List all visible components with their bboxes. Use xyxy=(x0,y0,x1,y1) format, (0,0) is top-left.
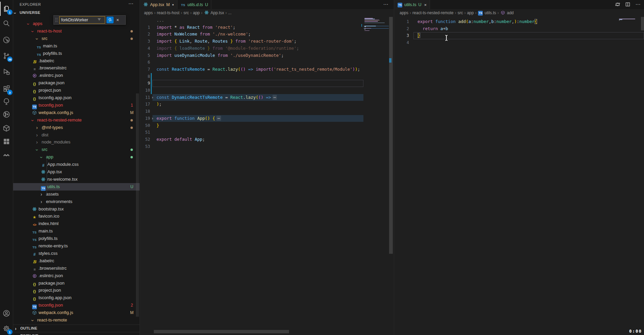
editor-group-divider[interactable] xyxy=(394,0,394,335)
breadcrumb-item-react-ts-host[interactable]: react-ts-host xyxy=(157,10,180,15)
tree-item-bootstrap.tsx[interactable]: bootstrap.tsx xyxy=(13,205,140,213)
minimap-2[interactable] xyxy=(618,19,638,25)
breadcrumb-item-utils.ts[interactable]: TSutils.ts xyxy=(478,10,496,16)
find-input[interactable] xyxy=(59,18,97,22)
close-icon[interactable]: × xyxy=(424,2,427,7)
tree-item-node_modules[interactable]: ›node_modules xyxy=(13,138,140,146)
breadcrumb-item-add[interactable]: add xyxy=(500,10,514,16)
tree-item-.browserslistrc[interactable]: ≡.browserslistrc xyxy=(13,265,140,272)
timeline-panel-header[interactable]: › TIMELINE xyxy=(13,332,140,335)
tab-App.tsx[interactable]: App.tsxM● xyxy=(140,0,177,9)
activity-bar: 13831 xyxy=(0,0,13,335)
tab-utils.ts[interactable]: TSutils.tsU× xyxy=(394,0,430,9)
tree-item-utils.ts[interactable]: TSutils.tsU xyxy=(13,183,140,191)
activity-item-explorer[interactable]: 1 xyxy=(0,2,13,16)
sidebar-scrollbar[interactable] xyxy=(136,93,139,317)
tree-item-react-ts-nested-remote[interactable]: ›react-ts-nested-remote xyxy=(13,116,140,124)
activity-item-accounts[interactable] xyxy=(0,306,13,320)
editor-2-scrollbar[interactable] xyxy=(641,17,644,30)
tree-item-project.json[interactable]: {}project.json xyxy=(13,87,140,94)
tree-item-react-ts-remote[interactable]: ›react-ts-remote xyxy=(13,316,140,324)
fuzzy-match-toggle[interactable] xyxy=(106,17,114,23)
editor-1-hscrollbar[interactable] xyxy=(154,330,289,333)
tree-item-polyfills.ts[interactable]: TSpolyfills.ts xyxy=(13,235,140,242)
line-number: 5 xyxy=(140,52,150,59)
activity-item-todo-tree[interactable] xyxy=(0,94,13,109)
tree-item-label: .browserslistrc xyxy=(39,265,67,272)
tree-item-main.ts[interactable]: TSmain.ts xyxy=(13,227,140,235)
breadcrumb-item-src[interactable]: src xyxy=(184,10,189,15)
tree-item-tsconfig.app.json[interactable]: {}tsconfig.app.json xyxy=(13,294,140,302)
modified-gutter-mark xyxy=(151,73,152,80)
tree-item-.eslintrc.json[interactable]: .eslintrc.json xyxy=(13,272,140,280)
tree-item-environments[interactable]: ›environments xyxy=(13,198,140,205)
line-number: 2 xyxy=(394,25,409,32)
tree-item-App.module.css[interactable]: #App.module.css xyxy=(13,161,140,168)
activity-item-settings[interactable]: 1 xyxy=(0,321,13,335)
activity-item-console-ninja[interactable] xyxy=(0,148,13,162)
tree-item-package.json[interactable]: {}package.json xyxy=(13,79,140,87)
tree-item-webpack.config.js[interactable]: webpack.config.jsM xyxy=(13,309,140,316)
outline-panel-header[interactable]: › OUTLINE xyxy=(13,325,140,332)
tree-item-styles.css[interactable]: #styles.css xyxy=(13,250,140,257)
activity-item-edge-tools[interactable] xyxy=(0,134,13,149)
chevron-down-icon: › xyxy=(29,320,37,321)
breadcrumb-item-src[interactable]: src xyxy=(457,10,463,15)
drag-handle[interactable] xyxy=(54,17,58,23)
tree-item-tsconfig.json[interactable]: TStsconfig.json1 xyxy=(13,102,140,109)
breadcrumb-item-...[interactable]: ... xyxy=(228,10,232,15)
more-actions-button[interactable]: ⋯ xyxy=(635,1,641,8)
tree-item-@mf-types[interactable]: ›@mf-types xyxy=(13,124,140,131)
editor-2[interactable]: 1export function add(a:number,b:number,)… xyxy=(394,18,644,323)
tree-item-package.json[interactable]: {}package.json xyxy=(13,280,140,287)
activity-item-nx-console[interactable] xyxy=(0,121,13,135)
tree-item-dist[interactable]: ›dist xyxy=(13,131,140,139)
tree-item-.browserslistrc[interactable]: ≡.browserslistrc xyxy=(13,64,140,72)
breadcrumb-item-apps[interactable]: apps xyxy=(144,10,153,15)
activity-item-search[interactable] xyxy=(0,16,13,30)
line-number: 7 xyxy=(140,66,150,73)
tree-item-.eslintrc.json[interactable]: .eslintrc.json xyxy=(13,72,140,79)
tab-utils.d.ts[interactable]: TSutils.d.tsU xyxy=(177,0,212,9)
activity-item-source-control[interactable]: 38 xyxy=(0,49,13,63)
editor-1[interactable]: ...1import * as React from 'react';2impo… xyxy=(140,17,363,335)
find-close-button[interactable]: × xyxy=(115,17,121,23)
tree-item-assets[interactable]: ›assets xyxy=(13,191,140,198)
activity-item-run-debug[interactable] xyxy=(0,65,13,79)
tree-item-tsconfig.app.json[interactable]: {}tsconfig.app.json xyxy=(13,94,140,102)
tree-item-src[interactable]: ›src xyxy=(13,35,140,42)
minimap-1[interactable] xyxy=(363,18,389,59)
activity-item-extensions[interactable]: 3 xyxy=(0,82,13,96)
tree-item-src[interactable]: ›src xyxy=(13,146,140,153)
breadcrumb-item-apps[interactable]: apps xyxy=(400,10,408,15)
tree-item-project.json[interactable]: {}project.json xyxy=(13,287,140,294)
breadcrumb-item-react-ts-nested-remote[interactable]: react-ts-nested-remote xyxy=(412,10,453,15)
tree-item-polyfills.ts[interactable]: TSpolyfills.ts xyxy=(13,50,140,57)
fold-chevron-icon[interactable]: › xyxy=(151,94,154,101)
tree-item-nx-welcome.tsx[interactable]: nx-welcome.tsx xyxy=(13,176,140,183)
tree-item-main.ts[interactable]: TSmain.ts xyxy=(13,42,140,50)
tree-item-App.tsx[interactable]: App.tsx xyxy=(13,168,140,176)
editor-group-1-more-button[interactable]: ⋯ xyxy=(382,1,389,8)
tree-item-react-ts-host[interactable]: ›react-ts-host xyxy=(13,27,140,35)
tree-item-index.html[interactable]: <>index.html xyxy=(13,220,140,227)
tree-item-.babelrc[interactable]: B.babelrc xyxy=(13,257,140,265)
tree-item-favicon.ico[interactable]: ★favicon.ico xyxy=(13,213,140,220)
breadcrumb-item-app[interactable]: app xyxy=(467,10,474,15)
fold-chevron-icon[interactable]: › xyxy=(151,115,154,122)
tree-item-remote-entry.ts[interactable]: TSremote-entry.ts xyxy=(13,242,140,250)
activity-item-git-graph[interactable] xyxy=(0,107,13,121)
activity-item-test-tool[interactable] xyxy=(0,33,13,47)
tree-item-tsconfig.json[interactable]: TStsconfig.json2 xyxy=(13,302,140,309)
breadcrumb-item-app[interactable]: app xyxy=(193,10,200,15)
tree-item-app[interactable]: ›app xyxy=(13,153,140,161)
tree-item-webpack.config.js[interactable]: webpack.config.jsM xyxy=(13,109,140,116)
open-changes-button[interactable] xyxy=(614,1,621,8)
tree-item-.babelrc[interactable]: B.babelrc xyxy=(13,57,140,65)
code-line-1: 1import * as React from 'react'; xyxy=(140,24,363,31)
tree-item-label: node_modules xyxy=(42,138,70,146)
breadcrumb-item-App.tsx[interactable]: App.tsx xyxy=(204,10,224,16)
editor-1-scrollbar[interactable] xyxy=(389,17,393,254)
split-editor-button[interactable] xyxy=(624,1,631,8)
chevron-right-icon: › xyxy=(41,198,42,205)
